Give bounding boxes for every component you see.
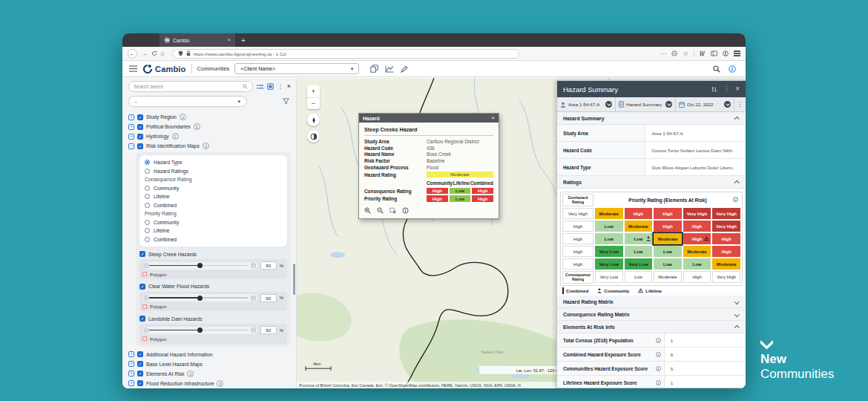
matrix-cell[interactable]: Low bbox=[595, 233, 623, 244]
radio-button[interactable] bbox=[145, 228, 150, 233]
hazard-layer-header[interactable]: ✓Clear Water Flood Hazards bbox=[139, 282, 287, 291]
app-menu-icon[interactable] bbox=[129, 68, 137, 70]
matrix-cell[interactable]: Very High bbox=[712, 208, 740, 219]
matrix-cell[interactable]: Low bbox=[625, 233, 653, 244]
expand-icon[interactable]: + bbox=[128, 361, 134, 367]
matrix-cell[interactable]: Moderate bbox=[595, 208, 623, 219]
dropdown-chevron-icon[interactable] bbox=[605, 101, 612, 108]
expand-icon[interactable]: + bbox=[128, 114, 134, 120]
section-consequence-rating-matrix[interactable]: Consequence Rating Matrix bbox=[557, 308, 746, 321]
layer-group-row[interactable]: +✓Hydrology2 bbox=[128, 131, 291, 141]
matrix-cell[interactable]: High bbox=[654, 208, 682, 219]
filter-chip-area[interactable]: Area 1-54-67-A bbox=[557, 97, 616, 111]
hazard-layer-header[interactable]: ✓Landslide Dam Hazards bbox=[139, 314, 287, 323]
section-hazard-summary[interactable]: Hazard Summary bbox=[557, 112, 746, 125]
section-hazard-rating-matrix[interactable]: Hazard Rating Matrix bbox=[557, 296, 746, 308]
layer-group-row[interactable]: +✓Additional Hazard Information bbox=[128, 350, 291, 359]
shield-icon[interactable] bbox=[178, 50, 183, 56]
expand-icon[interactable]: + bbox=[128, 134, 134, 140]
section-elements-at-risk[interactable]: Elements At Risk Info bbox=[557, 321, 746, 333]
zoom-out-button[interactable]: − bbox=[307, 98, 320, 110]
popup-zoom-out-icon[interactable] bbox=[377, 207, 384, 214]
slider-clear-icon[interactable]: × bbox=[251, 296, 256, 301]
layer-checkbox[interactable]: ✓ bbox=[137, 114, 143, 120]
opacity-slider[interactable]: × bbox=[142, 327, 257, 334]
matrix-cell[interactable]: Very Low bbox=[595, 246, 623, 257]
filter-chip-report[interactable]: Hazard Summary bbox=[616, 97, 676, 111]
layer-group-row[interactable]: −✓Risk Identification Maps3 bbox=[128, 141, 291, 151]
matrix-cell[interactable]: High bbox=[625, 208, 653, 219]
map-type-radio-row[interactable]: Combined bbox=[145, 235, 282, 244]
sort-icon[interactable] bbox=[711, 86, 717, 93]
bookmark-star-icon[interactable]: ☆ bbox=[683, 50, 688, 57]
account-icon[interactable] bbox=[723, 50, 729, 56]
expand-icon[interactable]: + bbox=[128, 371, 134, 376]
opacity-input[interactable]: 50 bbox=[260, 326, 277, 334]
layer-group-row[interactable]: +✓Base Level Hazard Maps bbox=[128, 359, 291, 369]
draw-icon[interactable] bbox=[401, 65, 408, 73]
info-icon[interactable]: i bbox=[656, 366, 661, 371]
layer-checkbox[interactable]: ✓ bbox=[137, 124, 143, 130]
info-icon[interactable]: i bbox=[656, 338, 661, 343]
profile-chart-icon[interactable] bbox=[385, 65, 394, 73]
layer-filter-dropdown[interactable]: - ▾ bbox=[128, 96, 247, 107]
layer-checkbox[interactable]: ✓ bbox=[137, 361, 143, 367]
page-actions-icon[interactable]: ⋯ bbox=[660, 50, 667, 57]
lock-icon[interactable] bbox=[186, 50, 191, 56]
collapse-icon[interactable]: − bbox=[128, 143, 134, 149]
browser-tab[interactable]: Cambio × bbox=[160, 33, 235, 47]
client-dropdown[interactable]: <Client Name> ▾ bbox=[234, 63, 359, 74]
matrix-cell[interactable]: Low bbox=[654, 246, 682, 257]
back-button[interactable]: ← bbox=[128, 49, 137, 59]
search-layers-input[interactable] bbox=[134, 84, 243, 89]
dropdown-chevron-icon[interactable] bbox=[665, 101, 672, 108]
radio-button[interactable] bbox=[145, 203, 150, 208]
info-icon[interactable]: i bbox=[656, 352, 661, 357]
close-panel-icon[interactable]: × bbox=[287, 83, 291, 90]
filterbar-kebab[interactable]: ⋮ bbox=[734, 97, 746, 111]
radio-button[interactable] bbox=[145, 220, 150, 225]
matrix-cell[interactable]: Low bbox=[683, 258, 711, 270]
pocket-icon[interactable] bbox=[671, 50, 677, 56]
matrix-cell[interactable]: Very Low bbox=[595, 258, 623, 270]
layer-group-row[interactable]: +✓Political Boundaries2 bbox=[128, 122, 291, 131]
matrix-cell[interactable]: Moderate bbox=[683, 246, 711, 257]
forward-button[interactable]: → bbox=[141, 50, 148, 57]
reload-button[interactable] bbox=[151, 50, 157, 56]
matrix-cell[interactable]: Moderate bbox=[625, 221, 653, 232]
layer-list-icon[interactable] bbox=[257, 84, 263, 90]
layer-checkbox[interactable]: ✓ bbox=[137, 371, 143, 376]
panel-close-icon[interactable]: × bbox=[735, 85, 740, 93]
compass-button[interactable] bbox=[307, 114, 320, 126]
popup-titlebar[interactable]: Hazard × bbox=[359, 114, 499, 123]
layer-checkbox[interactable]: ✓ bbox=[137, 351, 143, 357]
slider-clear-icon[interactable]: × bbox=[251, 327, 256, 333]
popup-close-icon[interactable]: × bbox=[491, 115, 495, 121]
info-icon[interactable]: i bbox=[656, 380, 661, 385]
layer-group-row[interactable]: +✓Elements At Risk2 bbox=[128, 369, 291, 379]
map-type-radio-row[interactable]: Hazard Ratings bbox=[145, 167, 282, 176]
layer-checkbox[interactable]: ✓ bbox=[137, 380, 143, 386]
matrix-cell[interactable]: Very High bbox=[712, 221, 740, 232]
layer-checkbox[interactable]: ✓ bbox=[139, 251, 145, 257]
layer-checkbox[interactable]: ✓ bbox=[139, 316, 145, 322]
layer-group-row[interactable]: +✓Study Region1 bbox=[128, 112, 291, 122]
slider-handle[interactable] bbox=[197, 327, 203, 333]
layer-checkbox[interactable]: ✓ bbox=[137, 134, 143, 140]
matrix-cell[interactable]: High bbox=[712, 233, 740, 244]
matrix-cell[interactable]: High bbox=[712, 246, 740, 257]
layer-group-row[interactable]: +✓Flood Reduction Infrastructure3 bbox=[128, 379, 291, 388]
radio-button[interactable] bbox=[145, 237, 150, 242]
kebab-menu-icon[interactable]: ⋮ bbox=[737, 102, 743, 108]
filter-chip-calendar[interactable]: Oct 22, 2022 bbox=[676, 97, 734, 111]
panel-kebab-icon[interactable]: ⋮ bbox=[723, 86, 729, 92]
slider-handle[interactable] bbox=[197, 263, 203, 268]
home-button[interactable]: ⌂ bbox=[161, 50, 165, 57]
map-type-radio-row[interactable]: Community bbox=[145, 218, 282, 227]
opacity-slider[interactable]: × bbox=[142, 262, 257, 270]
map-type-radio-row[interactable]: Lifeline bbox=[145, 192, 282, 201]
slider-handle[interactable] bbox=[197, 296, 203, 301]
section-ratings[interactable]: Ratings bbox=[557, 176, 746, 189]
compare-windows-icon[interactable] bbox=[370, 65, 378, 73]
matrix-cell[interactable]: High bbox=[683, 221, 711, 232]
